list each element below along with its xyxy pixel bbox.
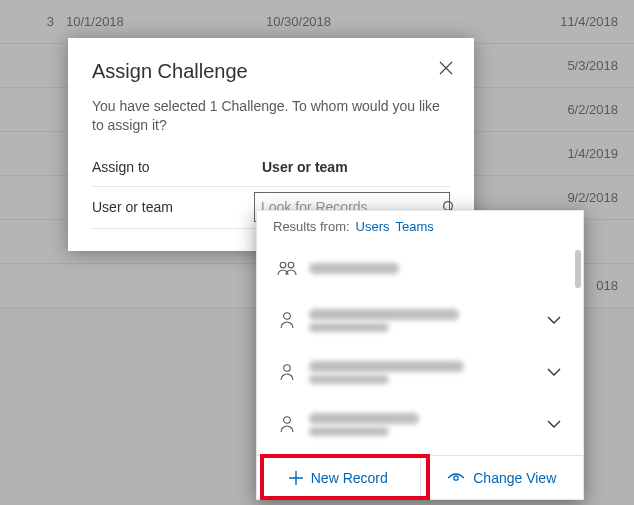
chevron-down-icon[interactable] (547, 420, 569, 428)
flyout-header: Results from: Users Teams (257, 211, 583, 242)
svg-point-2 (280, 262, 286, 268)
flyout-footer: New Record Change View (257, 455, 583, 499)
close-button[interactable] (432, 54, 460, 82)
change-view-button[interactable]: Change View (421, 456, 584, 499)
flyout-results (257, 242, 583, 455)
scrollbar[interactable] (575, 250, 581, 288)
svg-point-7 (454, 475, 458, 479)
lookup-flyout: Results from: Users Teams (256, 210, 584, 500)
person-icon (273, 363, 301, 381)
chevron-down-icon[interactable] (547, 316, 569, 324)
person-icon (273, 415, 301, 433)
list-item[interactable] (257, 294, 583, 346)
list-item[interactable] (257, 398, 583, 450)
assign-to-value[interactable]: User or team (262, 159, 348, 175)
assign-to-row: Assign to User or team (92, 149, 450, 187)
svg-point-3 (288, 262, 294, 268)
tab-users[interactable]: Users (356, 219, 390, 234)
close-icon (439, 61, 453, 75)
dialog-description: You have selected 1 Challenge. To whom w… (92, 97, 450, 135)
user-or-team-label: User or team (92, 199, 254, 215)
svg-point-5 (284, 365, 291, 372)
results-from-label: Results from: (273, 219, 350, 234)
list-item[interactable] (257, 242, 583, 294)
plus-icon (289, 471, 303, 485)
new-record-label: New Record (311, 470, 388, 486)
eye-icon (447, 472, 465, 484)
chevron-down-icon[interactable] (547, 368, 569, 376)
svg-point-4 (284, 313, 291, 320)
person-icon (273, 311, 301, 329)
team-icon (273, 260, 301, 276)
change-view-label: Change View (473, 470, 556, 486)
new-record-button[interactable]: New Record (257, 456, 420, 499)
tab-teams[interactable]: Teams (396, 219, 434, 234)
dialog-title: Assign Challenge (92, 58, 450, 83)
svg-point-6 (284, 417, 291, 424)
assign-to-label: Assign to (92, 159, 262, 175)
list-item[interactable] (257, 346, 583, 398)
